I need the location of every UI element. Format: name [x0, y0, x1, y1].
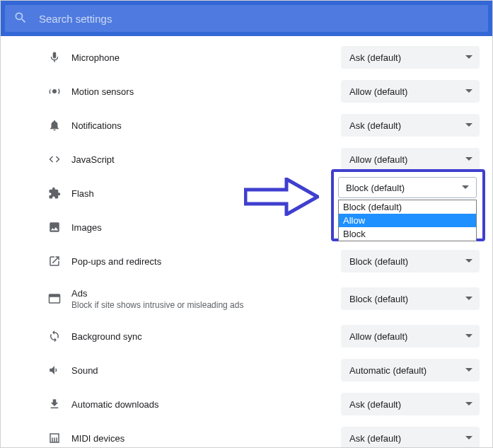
midi-dropdown[interactable]: Ask (default) [341, 427, 480, 448]
motion-sensors-label: Motion sensors [71, 86, 335, 97]
popups-value: Block (default) [349, 256, 408, 267]
flash-dropdown-open: Block (default) Block (default) Allow Bl… [338, 177, 477, 241]
ads-value: Block (default) [349, 294, 408, 304]
ads-sublabel: Block if site shows intrusive or mislead… [71, 300, 335, 310]
row-autodl: Automatic downloads Ask (default) [13, 387, 480, 421]
notifications-value: Ask (default) [349, 120, 401, 131]
row-midi: MIDI devices Ask (default) [13, 421, 480, 448]
chevron-down-icon [465, 256, 472, 267]
motion-sensors-value: Allow (default) [349, 86, 407, 97]
autodl-label: Automatic downloads [71, 399, 335, 410]
chevron-down-icon [465, 433, 472, 444]
notifications-label: Notifications [71, 120, 335, 131]
chevron-down-icon [465, 154, 472, 165]
images-icon [47, 220, 62, 234]
chevron-down-icon [465, 331, 472, 342]
microphone-value: Ask (default) [349, 52, 401, 63]
flash-icon [47, 186, 62, 200]
chevron-down-icon [465, 294, 472, 304]
popups-dropdown[interactable]: Block (default) [341, 250, 480, 272]
flash-option-block[interactable]: Block [339, 227, 476, 241]
javascript-value: Allow (default) [349, 154, 407, 165]
ads-icon [47, 292, 62, 306]
sound-icon [47, 363, 62, 377]
notifications-dropdown[interactable]: Ask (default) [341, 114, 480, 137]
microphone-dropdown[interactable]: Ask (default) [341, 46, 480, 69]
midi-label: MIDI devices [71, 433, 335, 444]
motion-sensors-icon [47, 84, 62, 98]
row-bgsync: Background sync Allow (default) [13, 319, 480, 353]
chevron-down-icon [465, 399, 472, 410]
chevron-down-icon [465, 86, 472, 97]
popups-icon [47, 254, 62, 268]
settings-list: Microphone Ask (default) Motion sensors … [1, 36, 492, 448]
chevron-down-icon [465, 120, 472, 131]
microphone-label: Microphone [71, 52, 335, 63]
row-sound: Sound Automatic (default) [13, 353, 480, 387]
autodl-value: Ask (default) [349, 399, 401, 410]
flash-dropdown-list: Block (default) Allow Block [338, 200, 477, 241]
row-microphone: Microphone Ask (default) [13, 40, 480, 74]
ads-label: Ads [71, 288, 335, 299]
chevron-down-icon [465, 365, 472, 376]
microphone-icon [47, 50, 62, 64]
bgsync-dropdown[interactable]: Allow (default) [341, 325, 480, 348]
download-icon [47, 397, 62, 411]
images-label: Images [71, 222, 335, 233]
motion-sensors-dropdown[interactable]: Allow (default) [341, 80, 480, 103]
sound-dropdown[interactable]: Automatic (default) [341, 359, 480, 381]
row-ads: Ads Block if site shows intrusive or mis… [13, 278, 480, 319]
search-icon [13, 11, 28, 27]
row-notifications: Notifications Ask (default) [13, 108, 480, 142]
notifications-icon [47, 118, 62, 132]
flash-dropdown[interactable]: Block (default) [338, 177, 477, 198]
search-field[interactable] [5, 5, 488, 32]
sound-label: Sound [71, 365, 335, 376]
midi-icon [47, 431, 62, 445]
flash-option-allow[interactable]: Allow [339, 214, 476, 227]
row-javascript: JavaScript Allow (default) [13, 142, 480, 176]
sound-value: Automatic (default) [349, 365, 427, 376]
popups-label: Pop-ups and redirects [71, 256, 335, 267]
search-bar [1, 1, 492, 36]
javascript-icon [47, 152, 62, 166]
javascript-dropdown[interactable]: Allow (default) [341, 148, 480, 171]
bgsync-label: Background sync [71, 331, 335, 342]
chevron-down-icon [462, 183, 469, 193]
chevron-down-icon [465, 52, 472, 63]
row-motion-sensors: Motion sensors Allow (default) [13, 74, 480, 108]
row-popups: Pop-ups and redirects Block (default) [13, 244, 480, 278]
flash-label: Flash [71, 188, 335, 199]
ads-dropdown[interactable]: Block (default) [341, 287, 480, 310]
sync-icon [47, 329, 62, 343]
bgsync-value: Allow (default) [349, 331, 407, 342]
flash-value: Block (default) [346, 183, 405, 193]
javascript-label: JavaScript [71, 154, 335, 165]
flash-option-block-default[interactable]: Block (default) [339, 200, 476, 214]
midi-value: Ask (default) [349, 433, 401, 444]
autodl-dropdown[interactable]: Ask (default) [341, 393, 480, 415]
search-input[interactable] [39, 13, 480, 25]
